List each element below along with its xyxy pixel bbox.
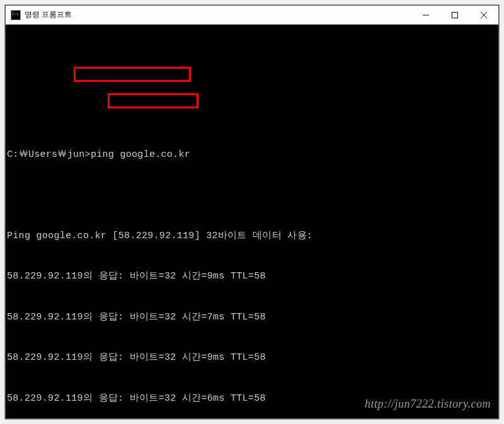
maximize-icon	[452, 12, 458, 18]
command-prompt-window: 명령 프롬프트 C:￦Users￦jun>ping google.co.kr P…	[5, 5, 499, 419]
terminal-line: 58.229.92.119의 응답: 바이트=32 시간=9ms TTL=58	[6, 351, 498, 365]
window-controls	[411, 6, 498, 24]
maximize-button[interactable]	[440, 6, 469, 24]
svg-rect-1	[452, 12, 458, 18]
terminal-content: C:￦Users￦jun>ping google.co.kr Ping goog…	[6, 53, 498, 418]
window-title: 명령 프롬프트	[25, 9, 411, 20]
minimize-icon	[423, 12, 429, 18]
highlight-ip	[108, 93, 198, 108]
titlebar[interactable]: 명령 프롬프트	[6, 6, 498, 25]
terminal-line	[6, 188, 498, 202]
close-button[interactable]	[469, 6, 498, 24]
terminal-line: 58.229.92.119의 응답: 바이트=32 시간=9ms TTL=58	[6, 270, 498, 284]
terminal-line: C:￦Users￦jun>ping google.co.kr	[6, 148, 498, 162]
minimize-button[interactable]	[411, 6, 440, 24]
terminal-area[interactable]: C:￦Users￦jun>ping google.co.kr Ping goog…	[6, 25, 498, 418]
highlight-command	[74, 67, 191, 82]
terminal-line: 58.229.92.119의 응답: 바이트=32 시간=6ms TTL=58	[6, 392, 498, 406]
close-icon	[481, 12, 487, 18]
cmd-icon	[11, 10, 21, 20]
terminal-line: Ping google.co.kr [58.229.92.119] 32바이트 …	[6, 229, 498, 243]
terminal-line	[6, 107, 498, 121]
terminal-line: 58.229.92.119의 응답: 바이트=32 시간=7ms TTL=58	[6, 311, 498, 324]
